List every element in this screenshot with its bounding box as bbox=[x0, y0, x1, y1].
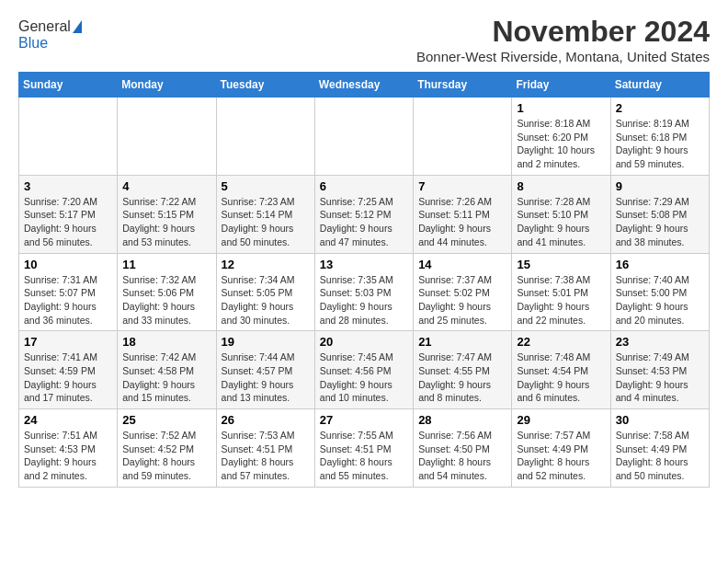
day-info: Sunrise: 7:56 AM Sunset: 4:50 PM Dayligh… bbox=[418, 429, 506, 483]
day-number: 14 bbox=[418, 258, 506, 271]
day-number: 21 bbox=[418, 335, 506, 349]
calendar-table: SundayMondayTuesdayWednesdayThursdayFrid… bbox=[18, 72, 710, 488]
day-info: Sunrise: 7:35 AM Sunset: 5:03 PM Dayligh… bbox=[320, 273, 408, 327]
logo-triangle-icon bbox=[73, 20, 82, 33]
day-number: 1 bbox=[517, 101, 605, 115]
day-info: Sunrise: 7:55 AM Sunset: 4:51 PM Dayligh… bbox=[320, 429, 408, 483]
day-cell: 8Sunrise: 7:28 AM Sunset: 5:10 PM Daylig… bbox=[512, 175, 610, 253]
day-cell: 22Sunrise: 7:48 AM Sunset: 4:54 PM Dayli… bbox=[512, 331, 610, 409]
day-number: 5 bbox=[222, 179, 310, 193]
day-info: Sunrise: 7:26 AM Sunset: 5:11 PM Dayligh… bbox=[418, 195, 506, 249]
day-cell: 23Sunrise: 7:49 AM Sunset: 4:53 PM Dayli… bbox=[610, 331, 709, 409]
header-thursday: Thursday bbox=[414, 73, 512, 98]
logo-general-text: General bbox=[18, 18, 71, 35]
day-info: Sunrise: 7:42 AM Sunset: 4:58 PM Dayligh… bbox=[122, 350, 210, 405]
day-info: Sunrise: 7:22 AM Sunset: 5:15 PM Dayligh… bbox=[122, 195, 210, 249]
day-cell: 20Sunrise: 7:45 AM Sunset: 4:56 PM Dayli… bbox=[314, 331, 413, 409]
day-info: Sunrise: 7:52 AM Sunset: 4:52 PM Dayligh… bbox=[122, 429, 210, 483]
day-number: 9 bbox=[616, 179, 704, 193]
day-info: Sunrise: 7:32 AM Sunset: 5:06 PM Dayligh… bbox=[122, 273, 210, 327]
day-number: 7 bbox=[418, 179, 506, 193]
day-number: 2 bbox=[616, 101, 704, 115]
day-number: 28 bbox=[418, 413, 506, 427]
header-friday: Friday bbox=[512, 73, 610, 98]
day-cell: 11Sunrise: 7:32 AM Sunset: 5:06 PM Dayli… bbox=[118, 253, 216, 331]
day-info: Sunrise: 7:44 AM Sunset: 4:57 PM Dayligh… bbox=[222, 350, 310, 405]
day-number: 16 bbox=[616, 258, 704, 271]
day-number: 26 bbox=[222, 413, 310, 427]
day-number: 6 bbox=[320, 179, 408, 193]
day-info: Sunrise: 7:48 AM Sunset: 4:54 PM Dayligh… bbox=[517, 350, 605, 405]
day-number: 8 bbox=[517, 179, 605, 193]
day-info: Sunrise: 7:51 AM Sunset: 4:53 PM Dayligh… bbox=[24, 429, 112, 483]
day-cell bbox=[414, 98, 512, 176]
week-row-2: 3Sunrise: 7:20 AM Sunset: 5:17 PM Daylig… bbox=[19, 175, 710, 253]
day-number: 12 bbox=[222, 258, 310, 271]
day-number: 3 bbox=[24, 179, 112, 193]
day-cell: 27Sunrise: 7:55 AM Sunset: 4:51 PM Dayli… bbox=[314, 409, 413, 488]
logo: General Blue bbox=[18, 18, 82, 52]
week-row-4: 17Sunrise: 7:41 AM Sunset: 4:59 PM Dayli… bbox=[19, 331, 710, 409]
day-number: 11 bbox=[122, 258, 210, 271]
day-info: Sunrise: 7:47 AM Sunset: 4:55 PM Dayligh… bbox=[418, 350, 506, 405]
day-number: 29 bbox=[517, 413, 605, 427]
header-saturday: Saturday bbox=[610, 73, 709, 98]
day-cell: 12Sunrise: 7:34 AM Sunset: 5:05 PM Dayli… bbox=[216, 253, 314, 331]
header-monday: Monday bbox=[118, 73, 216, 98]
day-number: 20 bbox=[320, 335, 408, 349]
main-title: November 2024 bbox=[416, 15, 710, 49]
day-number: 22 bbox=[517, 335, 605, 349]
day-info: Sunrise: 7:20 AM Sunset: 5:17 PM Dayligh… bbox=[24, 195, 112, 249]
day-info: Sunrise: 7:29 AM Sunset: 5:08 PM Dayligh… bbox=[616, 195, 704, 249]
day-cell bbox=[216, 98, 314, 176]
day-cell: 10Sunrise: 7:31 AM Sunset: 5:07 PM Dayli… bbox=[19, 253, 118, 331]
day-info: Sunrise: 8:18 AM Sunset: 6:20 PM Dayligh… bbox=[517, 117, 605, 171]
day-cell: 15Sunrise: 7:38 AM Sunset: 5:01 PM Dayli… bbox=[512, 253, 610, 331]
day-info: Sunrise: 7:57 AM Sunset: 4:49 PM Dayligh… bbox=[517, 429, 605, 483]
day-cell: 7Sunrise: 7:26 AM Sunset: 5:11 PM Daylig… bbox=[414, 175, 512, 253]
day-info: Sunrise: 7:53 AM Sunset: 4:51 PM Dayligh… bbox=[222, 429, 310, 483]
day-info: Sunrise: 8:19 AM Sunset: 6:18 PM Dayligh… bbox=[616, 117, 704, 171]
day-number: 17 bbox=[24, 335, 112, 349]
day-number: 27 bbox=[320, 413, 408, 427]
day-number: 19 bbox=[222, 335, 310, 349]
day-cell: 24Sunrise: 7:51 AM Sunset: 4:53 PM Dayli… bbox=[19, 409, 118, 488]
title-area: November 2024 Bonner-West Riverside, Mon… bbox=[416, 15, 710, 64]
calendar-header: SundayMondayTuesdayWednesdayThursdayFrid… bbox=[19, 73, 710, 98]
day-info: Sunrise: 7:34 AM Sunset: 5:05 PM Dayligh… bbox=[222, 273, 310, 327]
day-cell: 17Sunrise: 7:41 AM Sunset: 4:59 PM Dayli… bbox=[19, 331, 118, 409]
week-row-3: 10Sunrise: 7:31 AM Sunset: 5:07 PM Dayli… bbox=[19, 253, 710, 331]
day-cell: 19Sunrise: 7:44 AM Sunset: 4:57 PM Dayli… bbox=[216, 331, 314, 409]
day-number: 30 bbox=[616, 413, 704, 427]
day-info: Sunrise: 7:41 AM Sunset: 4:59 PM Dayligh… bbox=[24, 350, 112, 405]
header-tuesday: Tuesday bbox=[216, 73, 314, 98]
calendar-body: 1Sunrise: 8:18 AM Sunset: 6:20 PM Daylig… bbox=[19, 98, 710, 488]
day-info: Sunrise: 7:40 AM Sunset: 5:00 PM Dayligh… bbox=[616, 273, 704, 327]
header-wednesday: Wednesday bbox=[314, 73, 413, 98]
day-cell: 2Sunrise: 8:19 AM Sunset: 6:18 PM Daylig… bbox=[610, 98, 709, 176]
day-cell: 16Sunrise: 7:40 AM Sunset: 5:00 PM Dayli… bbox=[610, 253, 709, 331]
header-row: SundayMondayTuesdayWednesdayThursdayFrid… bbox=[19, 73, 710, 98]
day-info: Sunrise: 7:25 AM Sunset: 5:12 PM Dayligh… bbox=[320, 195, 408, 249]
day-cell: 21Sunrise: 7:47 AM Sunset: 4:55 PM Dayli… bbox=[414, 331, 512, 409]
day-cell bbox=[314, 98, 413, 176]
header-sunday: Sunday bbox=[19, 73, 118, 98]
day-cell: 13Sunrise: 7:35 AM Sunset: 5:03 PM Dayli… bbox=[314, 253, 413, 331]
day-number: 25 bbox=[122, 413, 210, 427]
day-info: Sunrise: 7:37 AM Sunset: 5:02 PM Dayligh… bbox=[418, 273, 506, 327]
day-cell: 29Sunrise: 7:57 AM Sunset: 4:49 PM Dayli… bbox=[512, 409, 610, 488]
day-number: 10 bbox=[24, 258, 112, 271]
day-cell: 5Sunrise: 7:23 AM Sunset: 5:14 PM Daylig… bbox=[216, 175, 314, 253]
day-cell: 26Sunrise: 7:53 AM Sunset: 4:51 PM Dayli… bbox=[216, 409, 314, 488]
logo-blue-text: Blue bbox=[18, 35, 48, 52]
day-cell: 4Sunrise: 7:22 AM Sunset: 5:15 PM Daylig… bbox=[118, 175, 216, 253]
day-cell: 6Sunrise: 7:25 AM Sunset: 5:12 PM Daylig… bbox=[314, 175, 413, 253]
day-cell: 3Sunrise: 7:20 AM Sunset: 5:17 PM Daylig… bbox=[19, 175, 118, 253]
day-number: 23 bbox=[616, 335, 704, 349]
day-number: 4 bbox=[122, 179, 210, 193]
day-info: Sunrise: 7:23 AM Sunset: 5:14 PM Dayligh… bbox=[222, 195, 310, 249]
day-number: 24 bbox=[24, 413, 112, 427]
day-cell: 25Sunrise: 7:52 AM Sunset: 4:52 PM Dayli… bbox=[118, 409, 216, 488]
day-cell: 1Sunrise: 8:18 AM Sunset: 6:20 PM Daylig… bbox=[512, 98, 610, 176]
day-cell: 28Sunrise: 7:56 AM Sunset: 4:50 PM Dayli… bbox=[414, 409, 512, 488]
